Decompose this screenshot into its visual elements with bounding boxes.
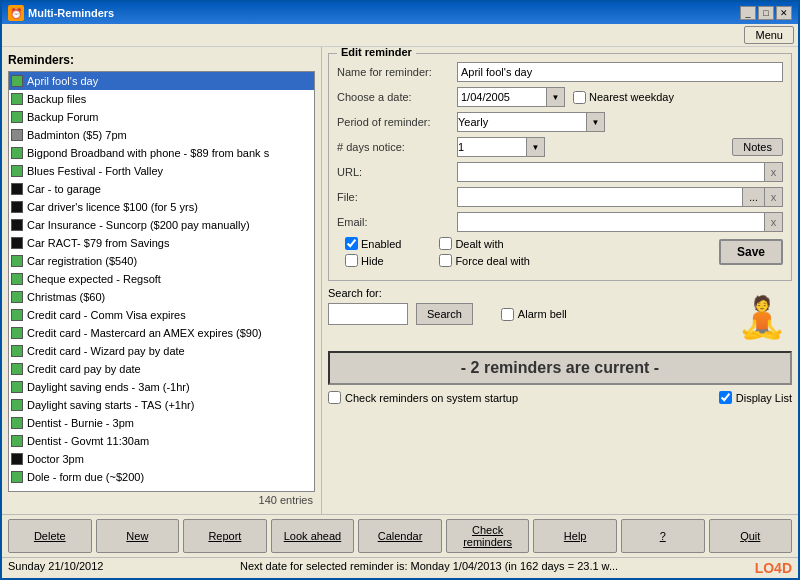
color-dot <box>11 291 23 303</box>
item-text: Daylight saving ends - 3am (-1hr) <box>27 381 190 393</box>
color-dot <box>11 435 23 447</box>
nearest-weekday-label: Nearest weekday <box>573 91 674 104</box>
list-item[interactable]: Credit card pay by date <box>9 360 314 378</box>
list-item[interactable]: Cheque expected - Regsoft <box>9 270 314 288</box>
file-clear-button[interactable]: x <box>765 187 783 207</box>
color-dot <box>11 399 23 411</box>
list-item[interactable]: Backup files <box>9 90 314 108</box>
menu-button[interactable]: Menu <box>744 26 794 44</box>
new-button[interactable]: New <box>96 519 180 553</box>
display-list-label: Display List <box>719 391 792 404</box>
list-item[interactable]: Car registration ($540) <box>9 252 314 270</box>
list-item[interactable]: Blues Festival - Forth Valley <box>9 162 314 180</box>
search-area: Search for: Search Alarm bell 🧘 <box>328 287 792 347</box>
url-clear-button[interactable]: x <box>765 162 783 182</box>
nearest-weekday-checkbox[interactable] <box>573 91 586 104</box>
check-reminders-button[interactable]: Check reminders <box>446 519 530 553</box>
maximize-button[interactable]: □ <box>758 6 774 20</box>
reminders-label: Reminders: <box>8 53 315 67</box>
period-input[interactable] <box>457 112 587 132</box>
date-dropdown-button[interactable]: ▼ <box>547 87 565 107</box>
bottom-buttons: Delete New Report Look ahead Calendar Ch… <box>2 514 798 557</box>
figure-image: 🧘 <box>732 287 792 347</box>
search-input[interactable] <box>328 303 408 325</box>
color-dot <box>11 147 23 159</box>
file-browse-button[interactable]: ... <box>743 187 765 207</box>
list-item[interactable]: Car RACT- $79 from Savings <box>9 234 314 252</box>
list-item[interactable]: Bigpond Broadband with phone - $89 from … <box>9 144 314 162</box>
force-deal-label: Force deal with <box>439 254 530 267</box>
color-dot <box>11 273 23 285</box>
reminders-list[interactable]: April fool's dayBackup filesBackup Forum… <box>8 71 315 492</box>
color-dot <box>11 453 23 465</box>
search-button[interactable]: Search <box>416 303 473 325</box>
save-button[interactable]: Save <box>719 239 783 265</box>
name-row: Name for reminder: <box>337 62 783 82</box>
close-button[interactable]: ✕ <box>776 6 792 20</box>
email-label: Email: <box>337 216 457 228</box>
color-dot <box>11 75 23 87</box>
display-list-checkbox[interactable] <box>719 391 732 404</box>
file-input[interactable] <box>457 187 743 207</box>
hide-label: Hide <box>345 254 401 267</box>
list-item[interactable]: Car - to garage <box>9 180 314 198</box>
list-item[interactable]: April fool's day <box>9 72 314 90</box>
list-item[interactable]: Car Insurance - Suncorp ($200 pay manual… <box>9 216 314 234</box>
item-text: Bigpond Broadband with phone - $89 from … <box>27 147 269 159</box>
list-item[interactable]: Dole - form due (~$200) <box>9 468 314 486</box>
quit-button[interactable]: Quit <box>709 519 793 553</box>
look-ahead-button[interactable]: Look ahead <box>271 519 355 553</box>
list-item[interactable]: Credit card - Wizard pay by date <box>9 342 314 360</box>
days-input[interactable] <box>457 137 527 157</box>
color-dot <box>11 219 23 231</box>
check-row: Check reminders on system startup Displa… <box>328 391 792 404</box>
list-item[interactable]: Doctor 3pm <box>9 450 314 468</box>
period-row: Period of reminder: ▼ <box>337 112 783 132</box>
calendar-button[interactable]: Calendar <box>358 519 442 553</box>
item-text: Dentist - Govmt 11:30am <box>27 435 149 447</box>
item-text: Dole - form due (~$200) <box>27 471 144 483</box>
report-button[interactable]: Report <box>183 519 267 553</box>
color-dot <box>11 93 23 105</box>
search-left: Search for: Search Alarm bell <box>328 287 724 325</box>
date-input[interactable] <box>457 87 547 107</box>
hide-checkbox[interactable] <box>345 254 358 267</box>
email-input[interactable] <box>457 212 765 232</box>
list-item[interactable]: Badminton ($5) 7pm <box>9 126 314 144</box>
minimize-button[interactable]: _ <box>740 6 756 20</box>
period-dropdown-button[interactable]: ▼ <box>587 112 605 132</box>
alarm-bell-checkbox[interactable] <box>501 308 514 321</box>
item-text: Car driver's licence $100 (for 5 yrs) <box>27 201 198 213</box>
color-dot <box>11 417 23 429</box>
list-item[interactable]: Backup Forum <box>9 108 314 126</box>
main-window: ⏰ Multi-Reminders _ □ ✕ Menu Reminders: … <box>0 0 800 580</box>
dealt-with-checkbox[interactable] <box>439 237 452 250</box>
list-item[interactable]: Credit card - Mastercard an AMEX expires… <box>9 324 314 342</box>
force-deal-checkbox[interactable] <box>439 254 452 267</box>
question-button[interactable]: ? <box>621 519 705 553</box>
item-text: Backup Forum <box>27 111 99 123</box>
notes-button[interactable]: Notes <box>732 138 783 156</box>
list-item[interactable]: Credit card - Comm Visa expires <box>9 306 314 324</box>
color-dot <box>11 237 23 249</box>
check-startup-checkbox[interactable] <box>328 391 341 404</box>
list-item[interactable]: Daylight saving starts - TAS (+1hr) <box>9 396 314 414</box>
enabled-checkbox[interactable] <box>345 237 358 250</box>
window-title: Multi-Reminders <box>28 7 114 19</box>
help-button[interactable]: Help <box>533 519 617 553</box>
list-item[interactable]: Car driver's licence $100 (for 5 yrs) <box>9 198 314 216</box>
item-text: Cheque expected - Regsoft <box>27 273 161 285</box>
color-dot <box>11 183 23 195</box>
list-item[interactable]: Dentist - Burnie - 3pm <box>9 414 314 432</box>
email-clear-button[interactable]: x <box>765 212 783 232</box>
item-text: Daylight saving starts - TAS (+1hr) <box>27 399 194 411</box>
url-input[interactable] <box>457 162 765 182</box>
item-text: Car Insurance - Suncorp ($200 pay manual… <box>27 219 250 231</box>
days-dropdown-button[interactable]: ▼ <box>527 137 545 157</box>
list-item[interactable]: Dentist - Govmt 11:30am <box>9 432 314 450</box>
email-row: Email: x <box>337 212 783 232</box>
name-input[interactable] <box>457 62 783 82</box>
list-item[interactable]: Daylight saving ends - 3am (-1hr) <box>9 378 314 396</box>
list-item[interactable]: Christmas ($60) <box>9 288 314 306</box>
delete-button[interactable]: Delete <box>8 519 92 553</box>
